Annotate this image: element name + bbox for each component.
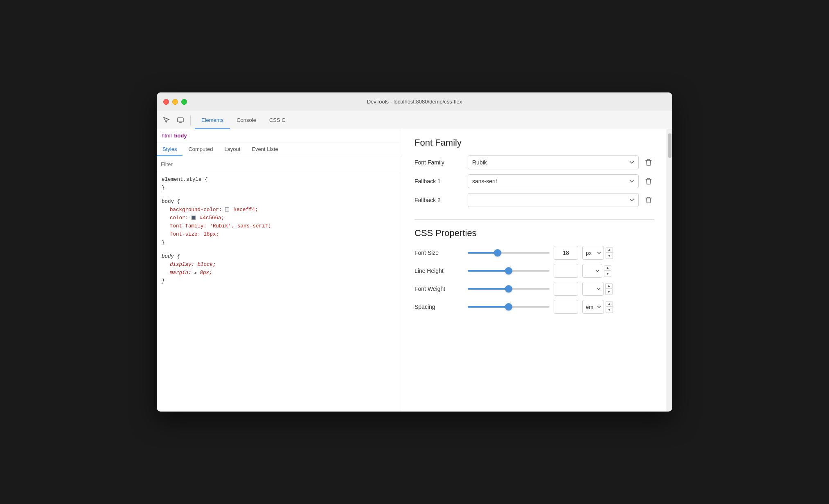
font-size-slider[interactable] [468,252,550,254]
line-height-unit-wrap: px em ▲ ▼ [582,264,611,278]
tab-css-coverage[interactable]: CSS C [263,112,292,129]
css-prop-font-size: font-size: 18px; [162,230,397,239]
line-height-spinner: ▲ ▼ [604,265,611,277]
spacing-increment[interactable]: ▲ [606,301,613,307]
fallback2-row: Fallback 2 sans-serif serif [414,193,654,207]
font-size-spinner: ▲ ▼ [606,247,613,259]
font-weight-unit-select[interactable]: 100 400 700 [582,282,604,296]
left-panel: html body Styles Computed Layout Even [157,129,402,412]
line-height-slider-wrap [468,270,550,272]
devtools-window: DevTools - localhost:8080/demo/css-flex [157,92,672,412]
fallback2-delete-icon[interactable] [643,194,654,206]
fallback1-select-wrap: sans-serif serif monospace [468,174,654,188]
window-title: DevTools - localhost:8080/demo/css-flex [367,99,462,105]
line-height-decrement[interactable]: ▼ [604,271,611,277]
right-panel-scroll: Font Family Font Family Rubik Arial Geor… [402,129,667,412]
font-size-increment[interactable]: ▲ [606,247,613,253]
fallback2-label: Fallback 2 [414,197,464,203]
font-weight-spinner: ▲ ▼ [605,283,613,295]
breadcrumb-html[interactable]: html [162,133,172,139]
font-size-label: Font Size [414,250,464,256]
panel-area: html body Styles Computed Layout Even [157,129,672,412]
fallback1-label: Fallback 1 [414,178,464,184]
line-height-unit-select[interactable]: px em [582,264,602,278]
spacing-unit-select[interactable]: em px rem [582,300,604,314]
spacing-slider-wrap [468,306,550,308]
maximize-button[interactable] [181,99,187,105]
sub-tab-computed[interactable]: Computed [182,143,219,156]
font-size-row: Font Size 18 px em rem [414,246,654,260]
css-block-element-style: element.style { } [162,176,397,192]
fallback1-delete-icon[interactable] [643,176,654,187]
fallback2-select-wrap: sans-serif serif [468,193,654,207]
right-scrollbar[interactable] [667,129,672,412]
fallback1-row: Fallback 1 sans-serif serif monospace [414,174,654,188]
font-weight-value [554,282,578,296]
inspector-icon[interactable] [161,115,172,126]
sub-tab-styles[interactable]: Styles [157,143,182,156]
right-panel: Font Family Font Family Rubik Arial Geor… [402,129,667,412]
spacing-unit-wrap: em px rem ▲ ▼ [582,300,613,314]
font-size-value: 18 [554,246,578,260]
css-block-body-italic: body { display: block; margin: ▶ 8px; } [162,252,397,285]
breadcrumb: html body [157,129,402,142]
css-close-brace: } [162,277,397,285]
spacing-label: Spacing [414,304,464,310]
scrollbar-thumb[interactable] [668,133,671,158]
line-height-row: Line Height px em [414,264,654,278]
font-family-title: Font Family [414,137,654,148]
line-height-label: Line Height [414,268,464,274]
fallback2-select[interactable]: sans-serif serif [468,193,639,207]
tab-console[interactable]: Console [230,112,263,129]
font-size-unit-wrap: px em rem % ▲ ▼ [582,246,613,260]
spacing-decrement[interactable]: ▼ [606,307,613,313]
css-prop-font-family: font-family: 'Rubik', sans-serif; [162,222,397,230]
filter-input[interactable] [161,159,398,169]
close-button[interactable] [163,99,169,105]
css-properties-section: CSS Properties Font Size 18 [414,228,654,314]
css-editor: element.style { } body { background-colo… [157,172,402,412]
font-size-unit-select[interactable]: px em rem % [582,246,604,260]
minimize-button[interactable] [172,99,178,105]
css-prop-display: display: block; [162,261,397,269]
section-divider [414,219,654,220]
filter-bar [157,156,402,172]
svg-rect-0 [178,118,183,122]
sub-tab-event-listeners[interactable]: Event Liste [246,143,284,156]
spacing-slider[interactable] [468,306,550,308]
font-weight-slider[interactable] [468,288,550,290]
css-selector-italic-line: body { [162,252,397,261]
spacing-spinner: ▲ ▼ [606,301,613,313]
font-weight-increment[interactable]: ▲ [605,283,613,289]
right-panel-container: Font Family Font Family Rubik Arial Geor… [402,129,672,412]
font-weight-row: Font Weight 100 400 [414,282,654,296]
traffic-lights [163,99,187,105]
font-family-select[interactable]: Rubik Arial Georgia [468,155,639,169]
main-tabs: Elements Console CSS C [195,111,292,129]
font-size-decrement[interactable]: ▼ [606,253,613,259]
breadcrumb-body[interactable]: body [174,133,187,139]
font-weight-label: Font Weight [414,286,464,292]
font-family-delete-icon[interactable] [643,157,654,168]
line-height-increment[interactable]: ▲ [604,265,611,271]
css-properties-title: CSS Properties [414,228,654,239]
css-selector-line: body { [162,198,397,206]
line-height-value [554,264,578,278]
spacing-value [554,300,578,314]
line-height-slider[interactable] [468,270,550,272]
titlebar: DevTools - localhost:8080/demo/css-flex [157,92,672,111]
color-swatch-bg[interactable] [225,207,229,212]
spacing-row: Spacing em px rem [414,300,654,314]
fallback1-select[interactable]: sans-serif serif monospace [468,174,639,188]
sub-tab-layout[interactable]: Layout [219,143,246,156]
devtools-body: Elements Console CSS C html body [157,111,672,412]
device-icon[interactable] [175,115,186,126]
font-family-label: Font Family [414,159,464,166]
tab-elements[interactable]: Elements [195,112,230,129]
css-selector-line: element.style { [162,176,397,184]
expand-triangle-icon[interactable]: ▶ [194,271,197,275]
color-swatch-fg[interactable] [191,216,196,220]
font-weight-decrement[interactable]: ▼ [605,289,613,295]
toolbar-separator [190,115,191,125]
font-weight-slider-wrap [468,288,550,290]
